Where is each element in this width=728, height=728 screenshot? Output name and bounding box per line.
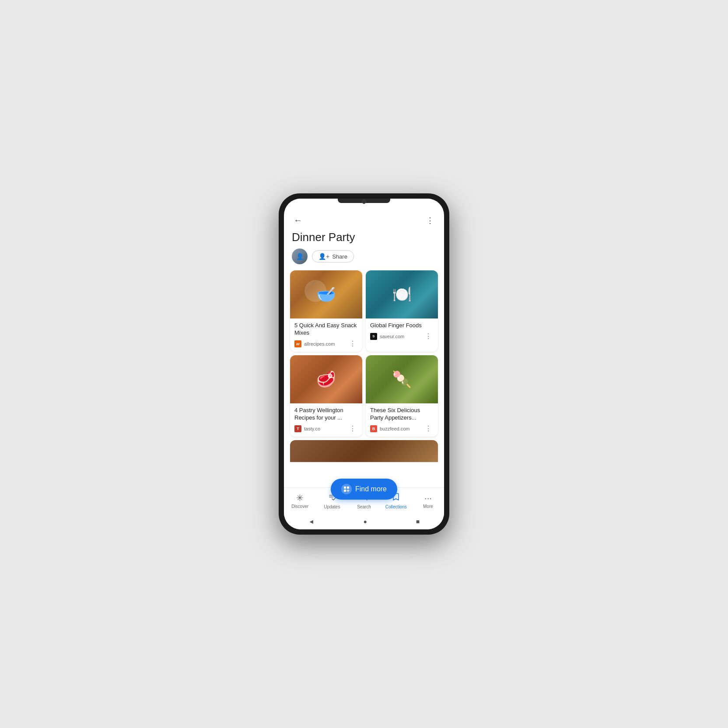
source-left-3: T tasty.co: [294, 425, 320, 432]
share-label: Share: [332, 253, 347, 260]
saveur-icon: S: [370, 333, 377, 340]
more-options-button[interactable]: ⋮: [424, 214, 436, 227]
card-finger-foods-image: [366, 270, 438, 318]
phone-screen: ← ⋮ Dinner Party 👤 👤+ Share: [284, 199, 444, 529]
partial-card: [290, 440, 438, 462]
page-title: Dinner Party: [284, 229, 444, 248]
buzzfeed-name: buzzfeed.com: [380, 426, 410, 431]
card-snack-mixes-source: ar allrecipes.com ⋮: [294, 340, 358, 348]
nav-more[interactable]: ··· More: [412, 491, 444, 511]
sys-home-button[interactable]: ●: [363, 518, 367, 525]
tasty-name: tasty.co: [304, 426, 320, 431]
partial-card-image: [290, 440, 438, 462]
card-appetizers-image: [366, 355, 438, 403]
card-wellington-image: [290, 355, 362, 403]
svg-rect-0: [344, 486, 346, 489]
find-more-icon: [341, 484, 352, 494]
avatar: 👤: [292, 248, 308, 264]
card-snack-mixes-title: 5 Quick And Easy Snack Mixes: [294, 322, 358, 337]
source-left-2: S saveur.com: [370, 333, 404, 340]
card-snack-mixes-body: 5 Quick And Easy Snack Mixes ar allrecip…: [290, 318, 362, 352]
svg-rect-2: [344, 490, 346, 492]
phone-camera: [362, 200, 366, 204]
card-finger-foods-body: Global Finger Foods S saveur.com ⋮: [366, 318, 438, 344]
discover-label: Discover: [291, 504, 308, 509]
scroll-area: ← ⋮ Dinner Party 👤 👤+ Share: [284, 209, 444, 487]
back-button[interactable]: ←: [292, 214, 304, 227]
more-label: More: [423, 504, 433, 509]
tasty-icon: T: [294, 425, 301, 432]
svg-rect-1: [347, 486, 349, 489]
source-left: ar allrecipes.com: [294, 340, 335, 347]
card-appetizers-title: These Six Delicious Party Appetizers...: [370, 407, 434, 422]
phone-frame: ← ⋮ Dinner Party 👤 👤+ Share: [279, 193, 449, 535]
allrecipes-icon: ar: [294, 340, 301, 347]
nav-discover[interactable]: ✳ Discover: [284, 491, 316, 511]
avatar-image: 👤: [292, 248, 308, 264]
saveur-name: saveur.com: [380, 334, 404, 339]
card-wellington-title: 4 Pastry Wellington Recipes for your ...: [294, 407, 358, 422]
source-left-4: B buzzfeed.com: [370, 425, 410, 432]
cards-grid: 5 Quick And Easy Snack Mixes ar allrecip…: [284, 270, 444, 437]
card-snack-mixes-image: [290, 270, 362, 318]
card-finger-foods-title: Global Finger Foods: [370, 322, 434, 329]
find-more-button[interactable]: Find more: [331, 479, 397, 500]
share-icon: 👤+: [318, 253, 329, 260]
card-wellington-body: 4 Pastry Wellington Recipes for your ...…: [290, 403, 362, 437]
allrecipes-name: allrecipes.com: [304, 341, 335, 346]
card-snack-mixes[interactable]: 5 Quick And Easy Snack Mixes ar allrecip…: [290, 270, 362, 352]
app-content: ← ⋮ Dinner Party 👤 👤+ Share: [284, 209, 444, 529]
card-wellington[interactable]: 4 Pastry Wellington Recipes for your ...…: [290, 355, 362, 437]
more-icon: ···: [424, 493, 432, 503]
card-snack-mixes-more[interactable]: ⋮: [347, 340, 358, 348]
card-appetizers-source: B buzzfeed.com ⋮: [370, 424, 434, 433]
collections-label: Collections: [385, 504, 407, 509]
sys-back-button[interactable]: ◄: [308, 518, 315, 525]
sys-recents-button[interactable]: ■: [416, 518, 420, 525]
search-label: Search: [357, 504, 371, 509]
discover-icon: ✳: [296, 493, 304, 503]
card-appetizers[interactable]: These Six Delicious Party Appetizers... …: [366, 355, 438, 437]
card-finger-foods-source: S saveur.com ⋮: [370, 332, 434, 341]
card-finger-foods-more[interactable]: ⋮: [423, 332, 434, 341]
system-nav: ◄ ● ■: [284, 514, 444, 529]
card-appetizers-more[interactable]: ⋮: [423, 424, 434, 433]
card-appetizers-body: These Six Delicious Party Appetizers... …: [366, 403, 438, 437]
card-wellington-more[interactable]: ⋮: [347, 424, 358, 433]
updates-label: Updates: [324, 504, 340, 509]
buzzfeed-icon: B: [370, 425, 377, 432]
card-wellington-source: T tasty.co ⋮: [294, 424, 358, 433]
card-finger-foods[interactable]: Global Finger Foods S saveur.com ⋮: [366, 270, 438, 352]
top-bar: ← ⋮: [284, 209, 444, 229]
user-row: 👤 👤+ Share: [284, 248, 444, 270]
share-button[interactable]: 👤+ Share: [312, 250, 354, 262]
find-more-label: Find more: [355, 485, 387, 493]
